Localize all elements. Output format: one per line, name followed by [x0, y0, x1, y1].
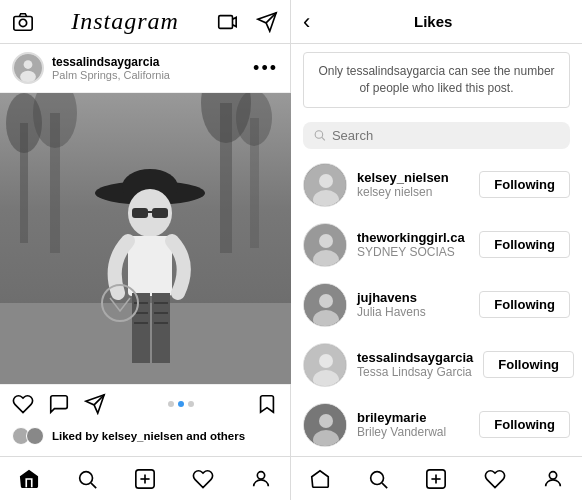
liked-avatars — [12, 427, 44, 445]
svg-line-33 — [91, 483, 96, 488]
follow-button[interactable]: Following — [479, 171, 570, 198]
post-actions-bar — [0, 384, 290, 423]
activity-icon-right[interactable] — [484, 468, 506, 490]
liked-by-text: Liked by kelsey_nielsen and others — [52, 430, 245, 442]
like-item: kelsey_nielsenkelsey nielsen Following — [291, 155, 582, 215]
follow-button[interactable]: Following — [483, 351, 574, 378]
like-display: SYDNEY SOCIAS — [357, 245, 469, 259]
likes-list: kelsey_nielsenkelsey nielsen Following t… — [291, 155, 582, 456]
page-dot-2 — [178, 401, 184, 407]
search-input[interactable] — [332, 128, 560, 143]
svg-point-44 — [319, 234, 333, 248]
home-icon[interactable] — [18, 468, 40, 490]
liked-bar: Liked by kelsey_nielsen and others — [0, 423, 290, 453]
back-button[interactable]: ‹ — [303, 9, 310, 35]
page-dot-3 — [188, 401, 194, 407]
like-info: kelsey_nielsenkelsey nielsen — [357, 170, 469, 199]
left-header: Instagram — [0, 0, 290, 44]
activity-icon[interactable] — [192, 468, 214, 490]
follow-button[interactable]: Following — [479, 231, 570, 258]
igtv-icon[interactable] — [216, 11, 238, 33]
like-username: tessalindsaygarcia — [357, 350, 473, 365]
search-bar-icon — [313, 128, 326, 142]
search-nav-icon[interactable] — [76, 468, 98, 490]
like-avatar[interactable] — [303, 283, 347, 327]
left-header-right-icons — [216, 11, 278, 33]
like-info: brileymarieBriley Vanderwal — [357, 410, 469, 439]
svg-point-53 — [319, 414, 333, 428]
like-display: Julia Havens — [357, 305, 469, 319]
like-icon[interactable] — [12, 393, 34, 415]
like-username: theworkinggirl.ca — [357, 230, 469, 245]
svg-point-32 — [80, 471, 93, 484]
like-avatar[interactable] — [303, 163, 347, 207]
svg-point-50 — [319, 354, 333, 368]
follow-button[interactable]: Following — [479, 291, 570, 318]
svg-point-5 — [20, 71, 36, 83]
post-location: Palm Springs, California — [52, 69, 170, 81]
add-post-icon-right[interactable] — [425, 468, 447, 490]
like-display: Briley Vanderwal — [357, 425, 469, 439]
svg-point-4 — [24, 60, 33, 69]
svg-line-65 — [382, 483, 387, 488]
add-post-icon[interactable] — [134, 468, 156, 490]
search-bar[interactable] — [303, 122, 570, 149]
left-panel: Instagram tessali — [0, 0, 291, 500]
like-username: kelsey_nielsen — [357, 170, 469, 185]
svg-point-37 — [257, 471, 264, 478]
like-display: kelsey nielsen — [357, 185, 469, 199]
svg-point-64 — [371, 471, 384, 484]
user-bar-left: tessalindsaygarcia Palm Springs, Califor… — [12, 52, 170, 84]
like-info: jujhavensJulia Havens — [357, 290, 469, 319]
like-info: tessalindsaygarciaTessa Lindsay Garcia — [357, 350, 473, 379]
post-user-avatar[interactable] — [12, 52, 44, 84]
post-image — [0, 93, 291, 384]
svg-point-47 — [319, 294, 333, 308]
user-info: tessalindsaygarcia Palm Springs, Califor… — [52, 55, 170, 81]
like-avatar[interactable] — [303, 343, 347, 387]
svg-point-41 — [319, 174, 333, 188]
app-title: Instagram — [71, 8, 179, 35]
home-icon-right[interactable] — [309, 468, 331, 490]
svg-point-1 — [19, 19, 26, 26]
profile-icon[interactable] — [250, 468, 272, 490]
like-avatar[interactable] — [303, 223, 347, 267]
liked-avatar-2 — [26, 427, 44, 445]
comment-icon[interactable] — [48, 393, 70, 415]
post-options-button[interactable]: ••• — [253, 58, 278, 79]
like-info: theworkinggirl.caSYDNEY SOCIAS — [357, 230, 469, 259]
right-panel: ‹ Likes Only tessalindsaygarcia can see … — [291, 0, 582, 500]
follow-button[interactable]: Following — [479, 411, 570, 438]
svg-rect-19 — [132, 208, 148, 218]
privacy-notice: Only tessalindsaygarcia can see the numb… — [303, 52, 570, 108]
post-actions-left — [12, 393, 106, 415]
likes-title: Likes — [318, 13, 548, 30]
like-item: theworkinggirl.caSYDNEY SOCIAS Following — [291, 215, 582, 275]
svg-point-38 — [315, 131, 323, 139]
svg-rect-20 — [152, 208, 168, 218]
bookmark-icon[interactable] — [256, 393, 278, 415]
share-icon[interactable] — [84, 393, 106, 415]
page-dot-1 — [168, 401, 174, 407]
like-item: brileymarieBriley Vanderwal Following — [291, 395, 582, 455]
right-footer-nav — [291, 456, 582, 500]
svg-rect-22 — [128, 236, 172, 296]
right-header: ‹ Likes — [291, 0, 582, 44]
direct-icon[interactable] — [256, 11, 278, 33]
like-username: jujhavens — [357, 290, 469, 305]
post-username[interactable]: tessalindsaygarcia — [52, 55, 170, 69]
like-avatar[interactable] — [303, 403, 347, 447]
profile-icon-right[interactable] — [542, 468, 564, 490]
like-item: tessalindsaygarciaTessa Lindsay Garcia F… — [291, 335, 582, 395]
svg-rect-2 — [219, 15, 233, 28]
search-nav-icon-right[interactable] — [367, 468, 389, 490]
svg-point-69 — [549, 471, 556, 478]
left-header-left-icons — [12, 11, 34, 33]
camera-icon[interactable] — [12, 11, 34, 33]
like-item: jujhavensJulia Havens Following — [291, 275, 582, 335]
like-display: Tessa Lindsay Garcia — [357, 365, 473, 379]
post-image-content — [0, 93, 291, 384]
user-bar: tessalindsaygarcia Palm Springs, Califor… — [0, 44, 290, 93]
like-username: brileymarie — [357, 410, 469, 425]
post-page-indicator — [168, 401, 194, 407]
